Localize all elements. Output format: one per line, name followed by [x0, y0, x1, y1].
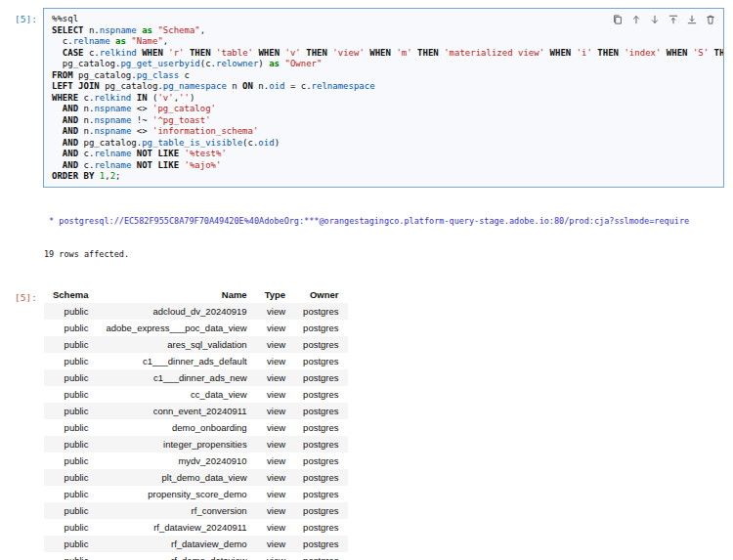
result-output: SchemaNameTypeOwner publicadcloud_dv_202… — [43, 285, 348, 560]
table-cell: postgres — [294, 320, 347, 336]
table-row: publicrf_conversionviewpostgres — [44, 502, 348, 519]
rows-affected-text: 19 rows affected. — [44, 249, 689, 261]
table-cell: view — [256, 536, 294, 552]
table-cell: public — [44, 502, 97, 519]
delete-cell-button[interactable] — [703, 12, 718, 27]
table-cell: view — [256, 502, 294, 519]
table-cell: postgres — [294, 336, 347, 353]
table-row: publicc1___dinner_ads_newviewpostgres — [44, 369, 348, 386]
table-row: publicrf_dataview_20240911viewpostgres — [44, 519, 348, 536]
table-cell: postgres — [294, 403, 347, 419]
table-row: publicrf_dataview_demoviewpostgres — [44, 536, 348, 552]
duplicate-cell-icon — [612, 14, 624, 25]
table-cell: demo_onboarding — [97, 419, 255, 436]
table-cell: view — [256, 419, 294, 436]
table-cell: public — [44, 353, 97, 369]
table-cell: view — [256, 369, 294, 386]
code-line: CASE c.relkind WHEN 'r' THEN 'table' WHE… — [52, 48, 715, 60]
code-line: FROM pg_catalog.pg_class c — [52, 70, 715, 82]
table-cell: integer_propensities — [97, 436, 255, 452]
code-line: AND c.relname NOT LIKE '%test%' — [52, 149, 715, 160]
table-cell: rf_dataview_20240911 — [97, 519, 255, 536]
table-cell: view — [256, 486, 294, 502]
table-cell: adobe_express___poc_data_view — [97, 320, 255, 336]
table-cell: rf_conversion — [97, 502, 255, 519]
cell-toolbar — [610, 12, 718, 27]
table-cell: postgres — [294, 502, 347, 519]
column-header: Schema — [44, 286, 97, 303]
table-cell: public — [44, 452, 97, 469]
table-row: publicc1___dinner_ads_defaultviewpostgre… — [44, 353, 348, 369]
table-cell: propensity_score_demo — [97, 486, 255, 502]
table-cell: view — [256, 403, 294, 419]
table-cell: postgres — [294, 486, 347, 502]
table-cell: view — [256, 452, 294, 469]
table-cell: postgres — [294, 519, 347, 536]
table-row: publicplt_demo_data_viewviewpostgres — [44, 469, 348, 486]
code-line: AND pg_catalog.pg_table_is_visible(c.oid… — [52, 138, 715, 150]
table-cell: public — [44, 419, 97, 436]
table-cell: postgres — [294, 552, 347, 560]
table-row: publicinteger_propensitiesviewpostgres — [44, 436, 348, 452]
code-line: AND n.nspname <> 'information_schema' — [52, 126, 715, 138]
table-cell: cc_data_view — [97, 386, 255, 403]
table-cell: view — [256, 436, 294, 452]
table-cell: view — [256, 353, 294, 369]
table-cell: ares_sql_validation — [97, 336, 255, 353]
table-cell: public — [44, 386, 97, 403]
table-cell: conn_event_20240911 — [97, 403, 255, 419]
table-cell: plt_demo_data_view — [97, 469, 255, 486]
code-line: AND c.relname NOT LIKE '%ajo%' — [52, 160, 715, 172]
table-cell: view — [256, 303, 294, 320]
output-prompt: [5]: — [0, 285, 43, 304]
table-cell: view — [256, 519, 294, 536]
table-cell: public — [44, 519, 97, 536]
table-cell: adcloud_dv_20240919 — [97, 303, 255, 320]
code-editor[interactable]: %%sqlSELECT n.nspname as "Schema", c.rel… — [52, 14, 715, 183]
table-cell: postgres — [294, 369, 347, 386]
table-cell: view — [256, 552, 294, 560]
table-cell: rf_demo_dataview — [97, 552, 255, 560]
insert-cell-below-icon — [686, 14, 698, 25]
column-header: Type — [256, 286, 294, 303]
move-cell-down-button[interactable] — [647, 12, 663, 27]
table-cell: public — [44, 436, 97, 452]
code-line: AND n.nspname <> 'pg_catalog' — [52, 104, 715, 115]
table-body: publicadcloud_dv_20240919viewpostgrespub… — [44, 303, 348, 560]
table-cell: public — [44, 486, 97, 502]
table-cell: postgres — [294, 469, 347, 486]
table-row: publicdemo_onboardingviewpostgres — [44, 419, 348, 436]
move-cell-up-icon — [630, 14, 642, 25]
result-row: [5]: SchemaNameTypeOwner publicadcloud_d… — [0, 285, 733, 560]
table-cell: public — [44, 369, 97, 386]
table-cell: postgres — [294, 353, 347, 369]
table-row: publicpropensity_score_demoviewpostgres — [44, 486, 348, 502]
table-cell: mydv_20240910 — [97, 452, 255, 469]
code-cell[interactable]: %%sqlSELECT n.nspname as "Schema", c.rel… — [43, 8, 724, 188]
code-lines: %%sqlSELECT n.nspname as "Schema", c.rel… — [52, 14, 715, 183]
table-row: publiccc_data_viewviewpostgres — [44, 386, 348, 403]
delete-cell-icon — [705, 14, 716, 25]
table-cell: postgres — [294, 419, 347, 436]
code-cell-row: [5]: %%sqlSELECT n.nspname as "Schema", … — [0, 8, 733, 188]
duplicate-cell-button[interactable] — [610, 12, 625, 27]
insert-cell-below-button[interactable] — [684, 12, 700, 27]
stdout-area: * postgresql://EC582F955C8A79F70A49420E%… — [43, 188, 689, 285]
move-cell-up-button[interactable] — [628, 12, 644, 27]
table-row: publicares_sql_validationviewpostgres — [44, 336, 348, 353]
table-cell: view — [256, 320, 294, 336]
table-row: publicmydv_20240910viewpostgres — [44, 452, 348, 469]
code-line: pg_catalog.pg_get_userbyid(c.relowner) a… — [52, 59, 715, 70]
result-table: SchemaNameTypeOwner publicadcloud_dv_202… — [44, 286, 348, 560]
insert-cell-above-button[interactable] — [666, 12, 681, 27]
table-row: publicadobe_express___poc_data_viewviewp… — [44, 320, 348, 336]
code-line: LEFT JOIN pg_catalog.pg_namespace n ON n… — [52, 81, 715, 93]
table-row: publicrf_demo_dataviewviewpostgres — [44, 552, 348, 560]
connection-string: * postgresql://EC582F955C8A79F70A49420E%… — [44, 216, 689, 228]
move-cell-down-icon — [649, 14, 661, 25]
insert-cell-above-icon — [668, 14, 679, 25]
table-row: publicconn_event_20240911viewpostgres — [44, 403, 348, 419]
column-header: Name — [97, 286, 255, 303]
table-cell: public — [44, 303, 97, 320]
table-cell: postgres — [294, 452, 347, 469]
